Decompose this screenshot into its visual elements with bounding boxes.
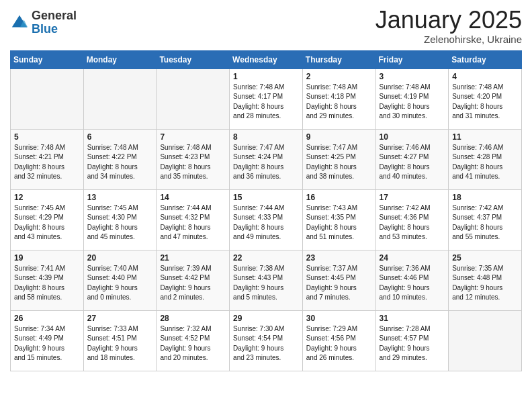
- logo-icon: [10, 13, 29, 32]
- calendar-cell: 22Sunrise: 7:38 AM Sunset: 4:43 PM Dayli…: [230, 250, 303, 310]
- calendar-cell: [11, 68, 84, 129]
- subtitle: Zelenohirske, Ukraine: [375, 34, 522, 45]
- day-info: Sunrise: 7:48 AM Sunset: 4:17 PM Dayligh…: [233, 83, 299, 122]
- day-number: 22: [233, 253, 299, 263]
- day-info: Sunrise: 7:30 AM Sunset: 4:54 PM Dayligh…: [233, 324, 299, 363]
- day-number: 20: [87, 253, 153, 263]
- day-info: Sunrise: 7:45 AM Sunset: 4:30 PM Dayligh…: [87, 203, 153, 242]
- day-info: Sunrise: 7:43 AM Sunset: 4:35 PM Dayligh…: [306, 203, 372, 242]
- week-row-2: 5Sunrise: 7:48 AM Sunset: 4:21 PM Daylig…: [11, 129, 522, 189]
- weekday-header-saturday: Saturday: [449, 50, 522, 68]
- calendar-cell: 23Sunrise: 7:37 AM Sunset: 4:45 PM Dayli…: [302, 250, 375, 310]
- day-info: Sunrise: 7:46 AM Sunset: 4:28 PM Dayligh…: [452, 143, 518, 182]
- day-number: 16: [306, 193, 372, 202]
- calendar-cell: [449, 310, 522, 371]
- day-info: Sunrise: 7:41 AM Sunset: 4:39 PM Dayligh…: [14, 264, 80, 303]
- calendar-cell: 24Sunrise: 7:36 AM Sunset: 4:46 PM Dayli…: [375, 250, 449, 310]
- calendar-cell: 1Sunrise: 7:48 AM Sunset: 4:17 PM Daylig…: [230, 68, 303, 129]
- day-number: 29: [233, 314, 299, 323]
- day-number: 10: [380, 132, 445, 142]
- calendar-cell: 31Sunrise: 7:28 AM Sunset: 4:57 PM Dayli…: [375, 310, 449, 371]
- day-info: Sunrise: 7:34 AM Sunset: 4:49 PM Dayligh…: [14, 324, 80, 363]
- calendar-cell: 30Sunrise: 7:29 AM Sunset: 4:56 PM Dayli…: [302, 310, 375, 371]
- day-number: 9: [306, 132, 372, 142]
- logo-blue: Blue: [32, 23, 77, 36]
- day-number: 3: [380, 72, 445, 81]
- weekday-header-sunday: Sunday: [11, 50, 84, 68]
- calendar-table: SundayMondayTuesdayWednesdayThursdayFrid…: [10, 50, 522, 371]
- day-number: 30: [306, 314, 372, 323]
- day-info: Sunrise: 7:40 AM Sunset: 4:40 PM Dayligh…: [87, 264, 153, 303]
- day-number: 24: [380, 253, 445, 263]
- calendar-cell: 12Sunrise: 7:45 AM Sunset: 4:29 PM Dayli…: [11, 189, 84, 250]
- calendar-cell: 27Sunrise: 7:33 AM Sunset: 4:51 PM Dayli…: [83, 310, 157, 371]
- day-info: Sunrise: 7:28 AM Sunset: 4:57 PM Dayligh…: [380, 324, 445, 363]
- day-number: 19: [14, 253, 80, 263]
- day-info: Sunrise: 7:35 AM Sunset: 4:48 PM Dayligh…: [452, 264, 518, 303]
- calendar-cell: 20Sunrise: 7:40 AM Sunset: 4:40 PM Dayli…: [83, 250, 157, 310]
- day-info: Sunrise: 7:48 AM Sunset: 4:21 PM Dayligh…: [14, 143, 80, 182]
- day-number: 17: [380, 193, 445, 202]
- calendar-cell: 26Sunrise: 7:34 AM Sunset: 4:49 PM Dayli…: [11, 310, 84, 371]
- calendar-cell: 11Sunrise: 7:46 AM Sunset: 4:28 PM Dayli…: [449, 129, 522, 189]
- day-number: 5: [14, 132, 80, 142]
- calendar-cell: 16Sunrise: 7:43 AM Sunset: 4:35 PM Dayli…: [302, 189, 375, 250]
- day-number: 31: [380, 314, 445, 323]
- day-info: Sunrise: 7:48 AM Sunset: 4:23 PM Dayligh…: [160, 143, 226, 182]
- weekday-header-row: SundayMondayTuesdayWednesdayThursdayFrid…: [11, 50, 522, 68]
- weekday-header-friday: Friday: [375, 50, 449, 68]
- day-info: Sunrise: 7:42 AM Sunset: 4:37 PM Dayligh…: [452, 203, 518, 242]
- weekday-header-wednesday: Wednesday: [230, 50, 303, 68]
- weekday-header-thursday: Thursday: [302, 50, 375, 68]
- header: General Blue January 2025 Zelenohirske, …: [10, 7, 522, 45]
- day-number: 7: [160, 132, 226, 142]
- calendar-cell: 5Sunrise: 7:48 AM Sunset: 4:21 PM Daylig…: [11, 129, 84, 189]
- calendar-cell: 21Sunrise: 7:39 AM Sunset: 4:42 PM Dayli…: [157, 250, 230, 310]
- day-number: 23: [306, 253, 372, 263]
- day-info: Sunrise: 7:32 AM Sunset: 4:52 PM Dayligh…: [160, 324, 226, 363]
- day-info: Sunrise: 7:45 AM Sunset: 4:29 PM Dayligh…: [14, 203, 80, 242]
- day-info: Sunrise: 7:47 AM Sunset: 4:25 PM Dayligh…: [306, 143, 372, 182]
- day-info: Sunrise: 7:44 AM Sunset: 4:32 PM Dayligh…: [160, 203, 226, 242]
- calendar-cell: 8Sunrise: 7:47 AM Sunset: 4:24 PM Daylig…: [230, 129, 303, 189]
- calendar-cell: 18Sunrise: 7:42 AM Sunset: 4:37 PM Dayli…: [449, 189, 522, 250]
- day-number: 2: [306, 72, 372, 81]
- day-number: 25: [452, 253, 518, 263]
- weekday-header-monday: Monday: [83, 50, 157, 68]
- calendar-cell: 14Sunrise: 7:44 AM Sunset: 4:32 PM Dayli…: [157, 189, 230, 250]
- day-info: Sunrise: 7:29 AM Sunset: 4:56 PM Dayligh…: [306, 324, 372, 363]
- calendar-cell: 19Sunrise: 7:41 AM Sunset: 4:39 PM Dayli…: [11, 250, 84, 310]
- day-number: 13: [87, 193, 153, 202]
- day-info: Sunrise: 7:36 AM Sunset: 4:46 PM Dayligh…: [380, 264, 445, 303]
- day-info: Sunrise: 7:37 AM Sunset: 4:45 PM Dayligh…: [306, 264, 372, 303]
- calendar-cell: 6Sunrise: 7:48 AM Sunset: 4:22 PM Daylig…: [83, 129, 157, 189]
- calendar-cell: 17Sunrise: 7:42 AM Sunset: 4:36 PM Dayli…: [375, 189, 449, 250]
- day-info: Sunrise: 7:42 AM Sunset: 4:36 PM Dayligh…: [380, 203, 445, 242]
- day-number: 4: [452, 72, 518, 81]
- day-number: 11: [452, 132, 518, 142]
- day-info: Sunrise: 7:47 AM Sunset: 4:24 PM Dayligh…: [233, 143, 299, 182]
- title-area: January 2025 Zelenohirske, Ukraine: [375, 7, 522, 45]
- day-number: 6: [87, 132, 153, 142]
- day-info: Sunrise: 7:48 AM Sunset: 4:19 PM Dayligh…: [380, 83, 445, 122]
- calendar-cell: 7Sunrise: 7:48 AM Sunset: 4:23 PM Daylig…: [157, 129, 230, 189]
- day-info: Sunrise: 7:44 AM Sunset: 4:33 PM Dayligh…: [233, 203, 299, 242]
- day-number: 14: [160, 193, 226, 202]
- day-number: 1: [233, 72, 299, 81]
- day-number: 21: [160, 253, 226, 263]
- week-row-1: 1Sunrise: 7:48 AM Sunset: 4:17 PM Daylig…: [11, 68, 522, 129]
- calendar-cell: 10Sunrise: 7:46 AM Sunset: 4:27 PM Dayli…: [375, 129, 449, 189]
- weekday-header-tuesday: Tuesday: [157, 50, 230, 68]
- day-info: Sunrise: 7:48 AM Sunset: 4:20 PM Dayligh…: [452, 83, 518, 122]
- main-title: January 2025: [375, 7, 522, 34]
- day-number: 15: [233, 193, 299, 202]
- day-number: 8: [233, 132, 299, 142]
- calendar-cell: 15Sunrise: 7:44 AM Sunset: 4:33 PM Dayli…: [230, 189, 303, 250]
- calendar-cell: 13Sunrise: 7:45 AM Sunset: 4:30 PM Dayli…: [83, 189, 157, 250]
- calendar-cell: 25Sunrise: 7:35 AM Sunset: 4:48 PM Dayli…: [449, 250, 522, 310]
- calendar-cell: 3Sunrise: 7:48 AM Sunset: 4:19 PM Daylig…: [375, 68, 449, 129]
- day-number: 28: [160, 314, 226, 323]
- day-info: Sunrise: 7:38 AM Sunset: 4:43 PM Dayligh…: [233, 264, 299, 303]
- day-number: 12: [14, 193, 80, 202]
- calendar-cell: 29Sunrise: 7:30 AM Sunset: 4:54 PM Dayli…: [230, 310, 303, 371]
